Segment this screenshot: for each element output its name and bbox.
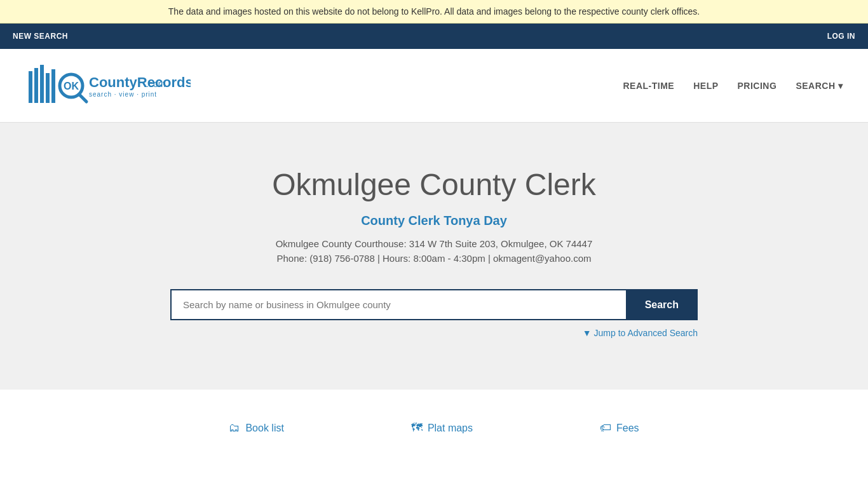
svg-rect-3: [46, 73, 50, 103]
fees-label: Fees: [616, 423, 639, 434]
banner-text: The data and images hosted on this websi…: [168, 6, 700, 17]
hero-section: Okmulgee County Clerk County Clerk Tonya…: [0, 123, 868, 389]
svg-line-6: [79, 95, 86, 102]
county-address: Okmulgee County Courthouse: 314 W 7th Su…: [13, 238, 855, 249]
svg-text:search · view · print: search · view · print: [89, 91, 157, 98]
new-search-link[interactable]: NEW SEARCH: [13, 32, 68, 41]
help-nav-link[interactable]: HELP: [693, 81, 718, 91]
svg-rect-2: [40, 65, 44, 103]
county-contact: Phone: (918) 756-0788 | Hours: 8:00am - …: [13, 253, 855, 264]
book-icon: 🗂: [229, 421, 240, 435]
main-nav: REAL-TIME HELP PRICING SEARCH ▾: [623, 81, 843, 91]
chevron-down-icon: ▾: [838, 81, 843, 91]
svg-rect-0: [29, 71, 32, 103]
advanced-search-link[interactable]: ▼ Jump to Advanced Search: [583, 328, 698, 338]
plat-maps-label: Plat maps: [428, 423, 473, 434]
svg-text:OK: OK: [64, 81, 79, 92]
search-button[interactable]: Search: [626, 289, 698, 320]
tag-icon: 🏷: [600, 421, 611, 435]
page-title: Okmulgee County Clerk: [13, 167, 855, 202]
realtime-nav-link[interactable]: REAL-TIME: [623, 81, 674, 91]
top-nav: NEW SEARCH LOG IN: [0, 24, 868, 49]
book-list-label: Book list: [245, 423, 283, 434]
logo-area: OK CountyRecords .com search · view · pr…: [25, 62, 191, 109]
site-logo: OK CountyRecords .com search · view · pr…: [25, 62, 191, 109]
fees-link[interactable]: 🏷 Fees: [600, 421, 639, 435]
map-icon: 🗺: [411, 421, 423, 435]
search-nav-dropdown[interactable]: SEARCH ▾: [796, 81, 843, 91]
search-nav-label: SEARCH: [796, 81, 835, 91]
site-header: OK CountyRecords .com search · view · pr…: [0, 49, 868, 123]
pricing-nav-link[interactable]: PRICING: [738, 81, 777, 91]
log-in-link[interactable]: LOG IN: [827, 32, 855, 41]
svg-rect-4: [51, 69, 55, 103]
svg-text:.com: .com: [146, 79, 165, 89]
book-list-link[interactable]: 🗂 Book list: [229, 421, 283, 435]
advanced-search-container: ▼ Jump to Advanced Search: [170, 328, 698, 338]
svg-rect-1: [34, 68, 38, 103]
search-bar: Search: [170, 289, 698, 320]
county-clerk-name: County Clerk Tonya Day: [13, 214, 855, 228]
svg-text:CountyRecords: CountyRecords: [89, 74, 191, 90]
search-input[interactable]: [170, 289, 626, 320]
notice-banner: The data and images hosted on this websi…: [0, 0, 868, 24]
plat-maps-link[interactable]: 🗺 Plat maps: [411, 421, 473, 435]
bottom-links-section: 🗂 Book list 🗺 Plat maps 🏷 Fees: [0, 389, 868, 466]
